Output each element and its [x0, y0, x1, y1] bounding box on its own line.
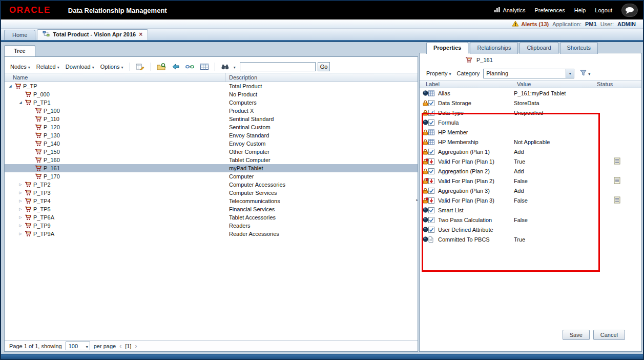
tree-row-P_TP6A[interactable]: ▷P_TP6ATablet Accessories	[5, 213, 418, 222]
redarrow-icon[interactable]	[428, 197, 438, 204]
tree-row-P_120[interactable]: P_120Sentinal Custom	[5, 123, 418, 131]
expand-toggle-icon[interactable]: ▷	[17, 191, 24, 195]
expand-toggle-icon[interactable]: ▷	[17, 207, 24, 211]
property-menu[interactable]: Property	[424, 69, 453, 77]
tree-row-P_161[interactable]: P_161myPad Tablet	[5, 164, 418, 172]
column-header-value[interactable]: Value	[515, 81, 596, 87]
tree-row-P_100[interactable]: P_100Product X	[5, 107, 418, 115]
note-status-icon[interactable]	[614, 157, 620, 166]
expand-toggle-icon[interactable]: ▷	[17, 232, 24, 236]
property-value[interactable]: Add	[512, 168, 593, 174]
menu-options[interactable]: Options	[98, 63, 126, 71]
property-value[interactable]: False	[512, 197, 593, 204]
tree-row-P_TP4[interactable]: ▷P_TP4Telecommunications	[5, 197, 418, 205]
filter-button[interactable]	[580, 70, 590, 77]
tree-row-P_110[interactable]: P_110Sentinal Standard	[5, 115, 418, 123]
node-name[interactable]: P_170	[44, 173, 60, 179]
tree-row-P_TP1[interactable]: ◢P_TP1Computers	[5, 98, 418, 107]
property-value[interactable]: False	[512, 178, 593, 184]
redarrow-icon[interactable]	[428, 158, 438, 165]
tree-row-P_130[interactable]: P_130Envoy Standard	[5, 131, 418, 139]
column-header-status[interactable]: Status	[596, 81, 641, 87]
column-header-label[interactable]: Label	[420, 81, 515, 87]
column-header-name[interactable]: Name	[5, 73, 226, 82]
check-icon[interactable]	[428, 227, 438, 233]
tree-row-P_TP2[interactable]: ▷P_TP2Computer Accessories	[5, 181, 418, 189]
property-value[interactable]: Add	[512, 188, 593, 194]
node-name[interactable]: P_150	[44, 149, 60, 155]
tab-tree[interactable]: Tree	[4, 45, 35, 56]
check-icon[interactable]	[428, 149, 438, 155]
check-icon[interactable]	[428, 168, 438, 174]
menu-download[interactable]: Download	[64, 63, 96, 71]
menu-nodes[interactable]: Nodes	[8, 63, 32, 71]
node-name[interactable]: P_TP	[23, 83, 37, 89]
check-icon[interactable]	[428, 188, 438, 194]
close-icon[interactable]: ×	[139, 31, 142, 37]
menu-related[interactable]: Related	[34, 63, 61, 71]
property-value[interactable]: Not Applicable	[512, 139, 593, 145]
expand-toggle-icon[interactable]: ▷	[17, 224, 24, 228]
node-name[interactable]: P_110	[44, 116, 59, 122]
node-name[interactable]: P_160	[44, 157, 60, 163]
node-name[interactable]: P_000	[33, 91, 50, 97]
node-name[interactable]: P_140	[44, 141, 60, 147]
grid-icon[interactable]	[428, 139, 438, 145]
node-name[interactable]: P_130	[44, 132, 60, 138]
preferences-link[interactable]: Preferences	[534, 7, 565, 13]
node-name[interactable]: P_TP4	[33, 198, 51, 204]
pager-prev-icon[interactable]: ‹	[119, 343, 121, 350]
column-header-description[interactable]: Description	[226, 74, 418, 81]
tree-row-P_140[interactable]: P_140Envoy Custom	[5, 139, 418, 148]
property-value[interactable]: P_161:myPad Tablet	[512, 90, 593, 96]
tree-row-P_000[interactable]: P_000No Product	[5, 90, 418, 98]
tree-row-P_TP[interactable]: ◢P_TPTotal Product	[5, 82, 418, 90]
back-arrow-icon[interactable]	[170, 62, 182, 72]
tab-clipboard[interactable]: Clipboard	[520, 42, 558, 54]
property-value[interactable]: True	[512, 158, 593, 165]
tab-properties[interactable]: Properties	[426, 42, 468, 54]
expand-toggle-icon[interactable]: ▷	[17, 183, 24, 187]
search-binoculars-icon[interactable]	[219, 62, 232, 72]
check-icon[interactable]	[428, 119, 438, 126]
doc-icon[interactable]	[428, 236, 438, 243]
chevron-down-icon[interactable]: ▾	[566, 69, 574, 78]
collapse-toggle-icon[interactable]: ◢	[7, 84, 14, 88]
property-value[interactable]: StoreData	[512, 100, 593, 106]
columns-grid-icon[interactable]	[198, 62, 211, 72]
tree-row-P_160[interactable]: P_160Tablet Computer	[5, 156, 418, 164]
tree-row-P_150[interactable]: P_150Other Computer	[5, 148, 418, 156]
note-status-icon[interactable]	[614, 177, 620, 185]
chevron-down-icon[interactable]	[234, 64, 236, 70]
tab-document[interactable]: Total Product - Vision Apr 2016 ×	[37, 29, 148, 40]
node-name[interactable]: P_TP1	[33, 99, 51, 106]
node-name[interactable]: P_161	[44, 165, 60, 171]
node-name[interactable]: P_120	[44, 124, 60, 130]
expand-toggle-icon[interactable]: ▷	[17, 215, 24, 219]
collapse-toggle-icon[interactable]: ◢	[17, 101, 24, 105]
property-value[interactable]: False	[512, 217, 593, 223]
tab-shortcuts[interactable]: Shortcuts	[560, 42, 598, 54]
note-status-icon[interactable]	[614, 196, 620, 205]
logout-link[interactable]: Logout	[595, 7, 612, 13]
edit-properties-icon[interactable]	[134, 62, 147, 72]
property-value[interactable]: True	[512, 236, 593, 243]
panel-splitter-icon[interactable]: ▸	[415, 194, 419, 206]
feedback-chat-icon[interactable]	[621, 4, 638, 17]
tree-row-P_TP3[interactable]: ▷P_TP3Computer Services	[5, 189, 418, 197]
node-name[interactable]: P_TP5	[33, 206, 51, 212]
property-value[interactable]: Add	[512, 149, 593, 155]
node-name[interactable]: P_TP6A	[33, 214, 54, 221]
analytics-link[interactable]: Analytics	[494, 7, 525, 14]
expand-toggle-icon[interactable]: ▷	[17, 199, 24, 203]
pager-current-page[interactable]: [1]	[125, 343, 131, 349]
check-icon[interactable]	[428, 100, 438, 106]
node-name[interactable]: P_TP2	[33, 182, 51, 188]
locate-node-link-icon[interactable]	[184, 62, 196, 72]
alerts-link[interactable]: Alerts (13)	[512, 21, 549, 28]
check-icon[interactable]	[428, 217, 438, 223]
save-button[interactable]: Save	[563, 330, 590, 340]
property-value[interactable]: Unspecified	[512, 110, 593, 116]
check-icon[interactable]	[428, 207, 438, 213]
node-name[interactable]: P_TP9	[33, 223, 51, 229]
